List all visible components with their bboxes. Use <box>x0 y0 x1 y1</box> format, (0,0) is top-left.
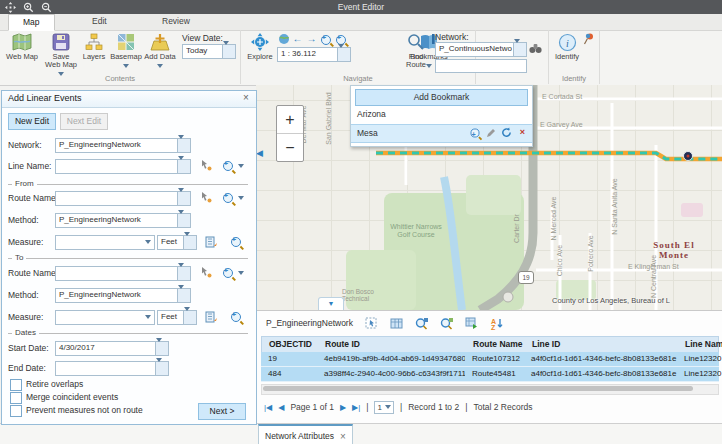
start-date-dropdown-button[interactable] <box>155 342 168 355</box>
to-measure-ruler-icon[interactable] <box>204 309 219 323</box>
zoom-to-selection-icon[interactable] <box>414 316 429 330</box>
end-date-select[interactable] <box>55 361 169 376</box>
to-units-select[interactable]: Feet <box>157 310 197 325</box>
tab-edit[interactable]: Edit <box>78 14 121 29</box>
to-measure-dropdown-arrow[interactable] <box>145 315 151 319</box>
zoom-options-arrow[interactable] <box>238 164 244 168</box>
panel-network-dropdown-button[interactable] <box>177 139 190 152</box>
next-edit-button[interactable]: Next Edit <box>60 113 108 130</box>
select-from-route-on-map-icon[interactable] <box>198 190 213 204</box>
page-size-select[interactable]: 1 <box>374 401 393 414</box>
scale-select[interactable]: 1 : 36.112 <box>277 47 351 62</box>
bookmark-item-arizona[interactable]: Arizona <box>351 106 532 123</box>
to-method-dropdown-button[interactable] <box>177 289 190 302</box>
to-measure-combo[interactable] <box>55 310 155 325</box>
to-route-name-dropdown-button[interactable] <box>177 267 190 280</box>
tab-review[interactable]: Review <box>148 14 204 29</box>
zoom-to-to-route-icon[interactable] <box>220 266 235 280</box>
webmap-button[interactable]: Web Map <box>4 32 40 61</box>
route-search-input[interactable] <box>435 59 527 73</box>
panel-collapse-arrow-icon[interactable]: ◀ <box>256 145 266 161</box>
map-zoom-out-button[interactable]: − <box>277 134 303 161</box>
bookmark-item-mesa[interactable]: Mesa × <box>351 124 532 143</box>
attribute-table-icon[interactable] <box>389 316 404 330</box>
new-edit-button[interactable]: New Edit <box>8 113 56 130</box>
prevent-measures-checkbox[interactable] <box>10 405 22 417</box>
add-bookmark-button[interactable]: Add Bookmark <box>355 89 528 106</box>
end-date-dropdown-button[interactable] <box>155 362 168 375</box>
add-data-button[interactable]: Add Data <box>144 32 176 70</box>
select-to-route-on-map-icon[interactable] <box>198 265 213 279</box>
map-zoom-in-button[interactable]: + <box>277 106 303 134</box>
merge-coincident-checkbox[interactable] <box>10 392 22 404</box>
table-row[interactable]: 484 a398ff4c-2940-4c00-96b6-c6343f9f1711… <box>261 367 719 382</box>
column-header[interactable]: Line Name <box>678 337 722 352</box>
first-page-icon[interactable]: |◀ <box>264 403 272 412</box>
column-header[interactable]: Route ID <box>318 337 466 352</box>
zoom-to-from-route-icon[interactable] <box>220 191 235 205</box>
from-units-dropdown-button[interactable] <box>183 236 196 249</box>
bookmark-edit-icon[interactable] <box>485 127 496 138</box>
bookmark-zoom-icon[interactable] <box>469 127 480 138</box>
tab-close-icon[interactable]: × <box>340 428 346 444</box>
select-records-icon[interactable] <box>364 316 379 330</box>
identify-button[interactable]: i Identify <box>552 32 582 61</box>
to-route-name-select[interactable] <box>55 266 191 281</box>
add-data-dropdown-arrow[interactable] <box>157 64 163 68</box>
scrollbar-thumb[interactable] <box>263 386 693 391</box>
save-webmap-button[interactable]: Save Web Map <box>44 32 78 78</box>
horizontal-scrollbar[interactable] <box>261 384 719 395</box>
to-measure-zoom-icon[interactable] <box>228 310 243 324</box>
start-date-select[interactable]: 4/30/2017 <box>55 341 169 356</box>
full-extent-icon[interactable] <box>277 32 290 45</box>
bookmark-delete-icon[interactable]: × <box>517 127 528 138</box>
next-extent-icon[interactable]: → <box>305 32 318 45</box>
column-header[interactable]: OBJECTID <box>262 337 318 352</box>
network-select[interactable]: P_ContinuousNetwork <box>435 42 527 57</box>
tab-map[interactable]: Map <box>8 14 55 31</box>
last-page-icon[interactable]: ▶| <box>352 403 360 412</box>
sort-icon[interactable]: AZ <box>489 316 504 330</box>
binoculars-icon[interactable] <box>529 42 542 55</box>
tab-network-attributes[interactable]: Network Attributes × <box>258 424 353 444</box>
next-button[interactable]: Next > <box>198 403 246 420</box>
from-method-select[interactable]: P_EngineeringNetwork <box>55 213 191 228</box>
from-measure-dropdown-arrow[interactable] <box>145 240 151 244</box>
from-method-dropdown-button[interactable] <box>177 214 190 227</box>
explore-button[interactable]: Explore <box>245 32 275 61</box>
previous-page-icon[interactable]: ◀ <box>278 403 284 412</box>
pan-to-selection-icon[interactable] <box>439 316 454 330</box>
from-route-name-select[interactable] <box>55 191 191 206</box>
line-name-dropdown-button[interactable] <box>177 160 190 173</box>
basemap-dropdown-arrow[interactable] <box>123 64 129 68</box>
zoom-to-line-icon[interactable] <box>220 159 235 173</box>
layers-button[interactable]: Layers <box>80 32 108 61</box>
view-date-dropdown-button[interactable] <box>222 45 235 58</box>
bookmark-refresh-icon[interactable] <box>501 127 512 138</box>
to-zoom-options-arrow[interactable] <box>238 271 244 275</box>
switch-selection-icon[interactable] <box>464 316 479 330</box>
previous-extent-icon[interactable]: ← <box>291 32 304 45</box>
table-collapse-tab-icon[interactable]: ▼ <box>318 297 344 310</box>
basemap-button[interactable]: Basemap <box>110 32 142 70</box>
to-method-select[interactable]: P_EngineeringNetwork <box>55 288 191 303</box>
pushpin-icon[interactable] <box>582 32 595 45</box>
from-measure-zoom-icon[interactable] <box>228 235 243 249</box>
network-dropdown-button[interactable] <box>513 43 526 56</box>
from-measure-ruler-icon[interactable] <box>204 234 219 248</box>
select-line-on-map-icon[interactable] <box>198 158 213 172</box>
zoom-in-tool-icon[interactable] <box>319 33 332 46</box>
from-zoom-options-arrow[interactable] <box>238 196 244 200</box>
view-date-select[interactable]: Today <box>182 44 236 59</box>
column-header[interactable]: Route Name <box>466 337 525 352</box>
find-route-button[interactable]: Find Route <box>401 32 431 69</box>
panel-close-icon[interactable]: × <box>240 92 252 104</box>
scale-dropdown-button[interactable] <box>337 48 350 61</box>
from-route-name-dropdown-button[interactable] <box>177 192 190 205</box>
column-header[interactable]: Line ID <box>525 337 678 352</box>
from-units-select[interactable]: Feet <box>157 235 197 250</box>
line-name-select[interactable] <box>55 159 191 174</box>
to-units-dropdown-button[interactable] <box>183 311 196 324</box>
panel-network-select[interactable]: P_EngineeringNetwork <box>55 138 191 153</box>
from-measure-combo[interactable] <box>55 235 155 250</box>
